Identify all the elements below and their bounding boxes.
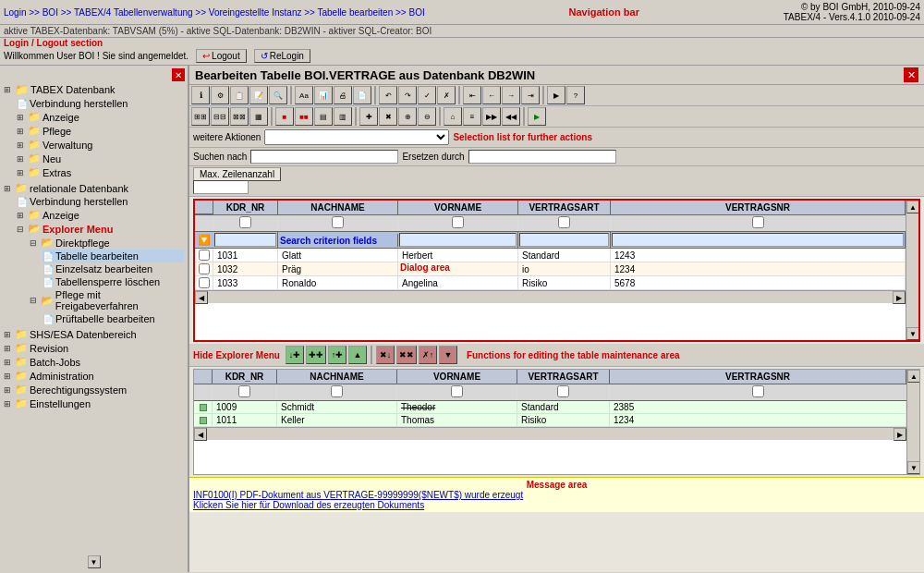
toolbar-btn18[interactable]: ? [566,86,585,104]
toolbar2-btn11[interactable]: ⊕ [398,107,417,126]
toolbar2-btn16[interactable]: ◀◀ [502,107,520,126]
toolbar2-btn10[interactable]: ✖ [379,107,397,126]
row-checkbox[interactable] [199,263,210,274]
col-check-vorname[interactable] [452,216,464,228]
table-row[interactable]: 1011 Keller Thomas Risiko 1234 [194,414,906,427]
col-check-vertragsnr[interactable] [752,216,764,228]
toolbar-btn1[interactable]: ⚙ [211,86,229,104]
col-check-nachname[interactable] [332,216,344,228]
edit-del2-button[interactable]: ✖✖ [396,346,417,364]
toolbar-btn12[interactable]: ✗ [437,86,456,104]
toolbar2-btn9[interactable]: ✚ [359,107,378,126]
tree-batch-jobs[interactable]: ⊞ 📁 Batch-Jobs [4,355,184,369]
content-close-button[interactable]: ✕ [904,67,918,82]
tree-tabex-neu[interactable]: ⊞ 📁 Neu [17,152,184,165]
maint-scroll-down-button[interactable]: ▼ [907,461,920,474]
toolbar2-btn1[interactable]: ⊞⊞ [191,107,210,126]
toolbar-btn7[interactable]: 🖨 [334,86,352,104]
toolbar-btn8[interactable]: 📄 [353,86,371,104]
toolbar2-btn14[interactable]: ≡ [463,107,481,126]
maint-check-kdr[interactable] [238,385,250,397]
tree-relational-root[interactable]: ⊞ 📁 relationale Datenbank [4,181,184,195]
toolbar-btn10[interactable]: ↷ [398,86,417,104]
maint-check-vertragsart[interactable] [557,385,569,397]
tree-prueftabelle[interactable]: 📄 Prüftabelle bearbeiten [43,312,184,325]
tree-tabellensperre[interactable]: 📄 Tabellensperre löschen [43,275,184,288]
tree-relational-anzeige[interactable]: ⊞ 📁 Anzeige [17,208,184,222]
filter-input-vertragsnr[interactable] [612,233,904,247]
col-check-vertragsart[interactable] [558,216,570,228]
toolbar2-btn5[interactable]: ■ [275,107,294,126]
maint-scroll-up-button[interactable]: ▲ [907,370,920,383]
tree-tabex-verbindung[interactable]: 📄 Verbindung herstellen [17,97,184,110]
tree-tabex-pflege[interactable]: ⊞ 📁 Pflege [17,124,184,138]
tree-pflege-freigabe[interactable]: ⊟ 📂 Pflege mit Freigabeverfahren [30,288,184,312]
toolbar-help-button[interactable]: ℹ [191,86,210,104]
scroll-down-button[interactable]: ▼ [906,327,919,340]
further-actions-select[interactable] [264,129,449,145]
toolbar2-btn12[interactable]: ⊖ [418,107,436,126]
toolbar2-btn13[interactable]: ⌂ [444,107,462,126]
edit-clear-button[interactable]: ✗↑ [419,346,437,364]
message-line2[interactable]: Klicken Sie hier für Download des erzeug… [193,500,920,510]
toolbar-btn15[interactable]: → [502,86,520,104]
toolbar-btn17[interactable]: ▶ [547,86,565,104]
toolbar-btn16[interactable]: ⇥ [521,86,540,104]
table-row[interactable]: 1032 Präg Dialog area io 1234 [195,262,906,276]
scroll-left-button[interactable]: ◀ [195,291,208,304]
scroll-down-button[interactable]: ▼ [88,555,101,568]
tree-tabex-anzeige[interactable]: ⊞ 📁 Anzeige [17,110,184,124]
toolbar-btn5[interactable]: Aa [295,86,313,104]
tree-revision[interactable]: ⊞ 📁 Revision [4,341,184,355]
explorer-close-button[interactable]: ✕ [172,68,185,81]
table-row[interactable]: 1031 Glatt Herbert Standard 1243 [195,249,906,262]
edit-del-button[interactable]: ✖↓ [376,346,395,364]
toolbar2-btn2[interactable]: ⊟⊟ [211,107,229,126]
toolbar-btn14[interactable]: ← [482,86,501,104]
toolbar2-btn4[interactable]: ▦ [249,107,268,126]
tree-shs-esa[interactable]: ⊞ 📁 SHS/ESA Datenbereich [4,327,184,341]
maint-scroll-left-button[interactable]: ◀ [194,428,207,441]
toolbar2-btn7[interactable]: ▤ [314,107,333,126]
scroll-up-button[interactable]: ▲ [906,201,919,213]
filter-input-vorname[interactable] [399,233,517,247]
edit-add2-button[interactable]: ✚✚ [306,346,326,364]
toolbar-btn13[interactable]: ⇤ [463,86,481,104]
toolbar-btn11[interactable]: ✓ [418,86,436,104]
maint-horizontal-scrollbar[interactable]: ◀ ▶ [194,427,906,440]
maint-check-vertragsnr[interactable] [752,385,764,397]
maint-check-vorname[interactable] [451,385,463,397]
toolbar-btn2[interactable]: 📋 [230,86,249,104]
relogin-button[interactable]: ↺ ReLogin [254,49,310,63]
toolbar2-btn17[interactable]: ▶ [528,107,546,126]
edit-down-button[interactable]: ▼ [439,346,457,364]
nav-breadcrumb[interactable]: Login >> BOI >> TABEX/4 Tabellenverwaltu… [4,7,425,18]
filter-input-vertragsart[interactable] [519,233,609,247]
tree-administration[interactable]: ⊞ 📁 Administration [4,369,184,383]
toolbar2-btn6[interactable]: ■■ [295,107,313,126]
maint-scroll-right-button[interactable]: ▶ [894,428,906,441]
tree-relational-pflege[interactable]: ⊟ 📂 Explorer Menu [17,222,184,236]
edit-up-button[interactable]: ▲ [348,346,367,364]
edit-insert-button[interactable]: ↑✚ [328,346,346,364]
tree-tabex-root[interactable]: ⊞ 📁 TABEX Datenbank [4,82,184,97]
tree-tabex-extras[interactable]: ⊞ 📁 Extras [17,165,184,179]
tree-tabex-verwaltung[interactable]: ⊞ 📁 Verwaltung [17,138,184,152]
tree-einzelsatz-bearbeiten[interactable]: 📄 Einzelsatz bearbeiten [43,262,184,275]
row-checkbox[interactable] [199,277,210,288]
scroll-right-button[interactable]: ▶ [893,291,906,304]
logout-button[interactable]: ↩ Logout [196,49,247,63]
max-rows-input[interactable]: 1000 [193,180,249,194]
col-check-kdr[interactable] [239,216,251,228]
toolbar2-btn15[interactable]: ▶▶ [482,107,501,126]
replace-input[interactable] [468,150,616,164]
toolbar-btn4[interactable]: 🔍 [269,86,287,104]
table-row[interactable]: 1033 Ronaldo Angelina Risiko 5678 [195,276,906,290]
tree-tabelle-bearbeiten[interactable]: 📄 Tabelle bearbeiten [43,250,184,262]
table-row[interactable]: 1009 Schmidt Theodor Standard 2385 [194,401,906,414]
message-line1[interactable]: INF0100(I) PDF-Dokument aus VERTRAGE-999… [193,490,920,500]
tree-direktpflege[interactable]: ⊟ 📂 Direktpflege [30,236,184,250]
toolbar-btn3[interactable]: 📝 [249,86,268,104]
toolbar2-btn8[interactable]: ▥ [334,107,352,126]
filter-input-kdr[interactable] [214,233,276,247]
